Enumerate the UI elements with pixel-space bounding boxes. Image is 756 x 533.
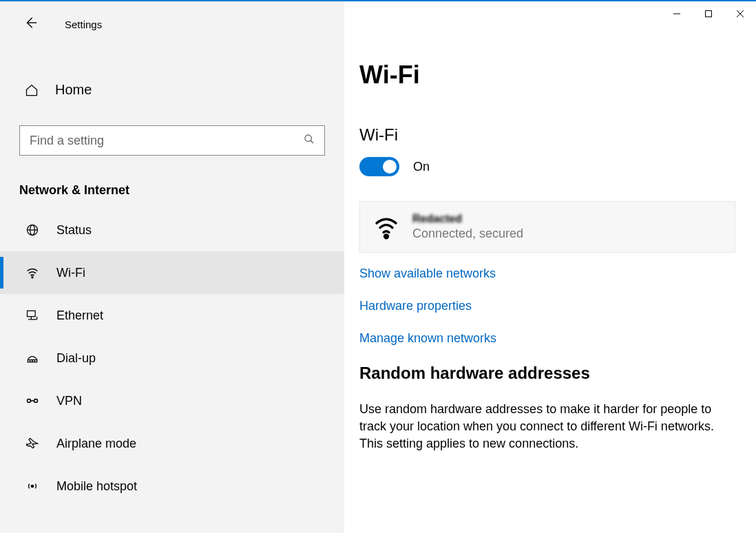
nav-label: VPN — [56, 394, 82, 408]
airplane-icon — [25, 436, 40, 451]
search-input[interactable] — [30, 134, 304, 148]
nav-label: Wi-Fi — [56, 266, 85, 280]
svg-point-18 — [34, 361, 35, 362]
wifi-toggle[interactable] — [359, 157, 399, 176]
nav-label: Dial-up — [56, 351, 96, 366]
network-status: Connected, secured — [412, 227, 523, 241]
svg-point-5 — [305, 135, 311, 141]
nav-item-hotspot[interactable]: Mobile hotspot — [0, 465, 344, 508]
home-label: Home — [55, 82, 92, 98]
nav-list: Status Wi-Fi Ethernet Dial-up VPN — [0, 209, 344, 508]
wifi-icon — [25, 265, 40, 280]
search-box[interactable] — [19, 125, 325, 156]
random-hardware-description: Use random hardware addresses to make it… — [359, 401, 717, 453]
nav-item-airplane[interactable]: Airplane mode — [0, 422, 344, 465]
main-content: Wi-Fi Wi-Fi On Redacted Connected, secur… — [344, 1, 756, 533]
home-icon — [25, 83, 39, 97]
svg-point-10 — [32, 277, 33, 278]
svg-point-17 — [32, 361, 33, 362]
nav-item-ethernet[interactable]: Ethernet — [0, 294, 344, 337]
nav-label: Ethernet — [56, 309, 103, 323]
globe-icon — [25, 222, 40, 238]
nav-item-wifi[interactable]: Wi-Fi — [0, 251, 344, 294]
vpn-icon — [25, 393, 40, 408]
nav-item-dialup[interactable]: Dial-up — [0, 337, 344, 379]
show-available-networks-link[interactable]: Show available networks — [359, 266, 735, 281]
minimize-button[interactable] — [661, 3, 693, 25]
wifi-signal-icon — [372, 213, 400, 241]
nav-item-vpn[interactable]: VPN — [0, 379, 344, 422]
page-title: Wi-Fi — [359, 61, 735, 90]
nav-label: Airplane mode — [56, 437, 136, 451]
network-name: Redacted — [412, 213, 523, 225]
nav-item-status[interactable]: Status — [0, 209, 344, 251]
dialup-icon — [25, 351, 40, 366]
search-icon — [304, 134, 315, 147]
app-title: Settings — [65, 19, 102, 30]
svg-point-22 — [31, 485, 33, 487]
svg-point-16 — [30, 361, 30, 362]
wifi-toggle-row: On — [359, 157, 735, 176]
svg-point-20 — [34, 399, 38, 403]
wifi-section-title: Wi-Fi — [359, 125, 735, 145]
titlebar: Settings — [0, 11, 344, 43]
svg-rect-11 — [28, 311, 36, 316]
back-button[interactable] — [19, 15, 41, 34]
sidebar: Settings Home Network & Internet Status … — [0, 1, 344, 533]
wifi-toggle-label: On — [413, 160, 430, 174]
network-info: Redacted Connected, secured — [412, 213, 523, 241]
hardware-properties-link[interactable]: Hardware properties — [359, 299, 735, 313]
section-header: Network & Internet — [0, 169, 344, 209]
hotspot-icon — [25, 479, 40, 494]
close-button[interactable] — [724, 3, 756, 25]
home-nav[interactable]: Home — [0, 75, 344, 105]
random-hardware-heading: Random hardware addresses — [359, 364, 735, 383]
ethernet-icon — [25, 308, 40, 323]
nav-label: Status — [56, 223, 92, 238]
svg-line-6 — [311, 140, 313, 143]
window-controls — [661, 3, 756, 25]
current-network-card[interactable]: Redacted Connected, secured — [359, 201, 735, 253]
svg-rect-1 — [706, 11, 712, 17]
nav-label: Mobile hotspot — [56, 479, 137, 494]
manage-known-networks-link[interactable]: Manage known networks — [359, 331, 735, 346]
svg-point-19 — [28, 399, 31, 403]
svg-point-23 — [385, 234, 388, 238]
maximize-button[interactable] — [693, 3, 724, 25]
